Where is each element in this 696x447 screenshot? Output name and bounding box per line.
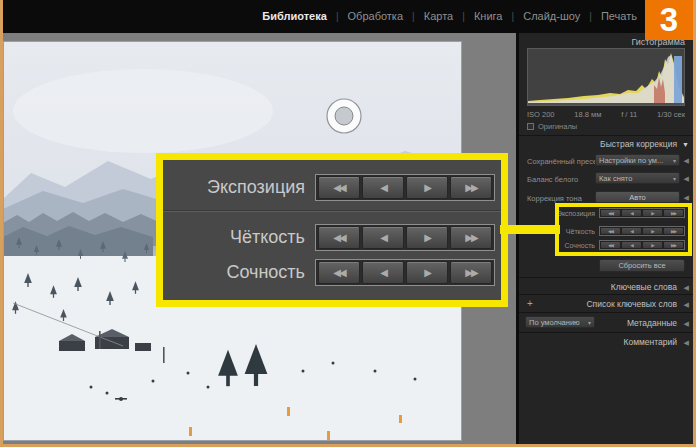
divider — [519, 294, 693, 295]
dropdown-arrows-icon: ▾ — [673, 175, 676, 182]
white-balance-value: Как снято — [599, 174, 671, 183]
clarity-label: Чёткость — [163, 227, 315, 248]
module-map[interactable]: Карта — [424, 10, 453, 22]
menu-separator: | — [412, 11, 415, 22]
divider — [519, 312, 693, 313]
module-menu: Библиотека | Обработка | Карта | Книга |… — [256, 10, 643, 22]
big-decrease-button[interactable]: ◀◀ — [318, 176, 360, 199]
panel-toggle-icon[interactable]: ◀ — [684, 301, 689, 309]
exposure-steppers: ◀◀ ◀ ▶ ▶▶ — [315, 174, 495, 201]
reset-all-button[interactable]: Сбросить все — [599, 259, 685, 272]
target-adjustment-indicator[interactable] — [327, 99, 361, 133]
clarity-row: Чёткость ◀◀ ◀ ▶ ▶▶ — [163, 224, 501, 251]
comments-panel-header[interactable]: Комментарий — [623, 337, 677, 347]
divider — [163, 210, 501, 212]
white-balance-dropdown[interactable]: Как снято ▾ — [595, 172, 680, 184]
increase-button[interactable]: ▶ — [406, 261, 448, 284]
vibrance-steppers: ◀◀ ◀ ▶ ▶▶ — [315, 259, 495, 286]
iso-value: ISO 200 — [527, 110, 555, 119]
big-decrease-button[interactable]: ◀◀ — [318, 226, 360, 249]
dropdown-arrows-icon: ▾ — [673, 157, 676, 164]
callout-connector-line — [500, 225, 560, 234]
dropdown-arrows-icon: ▾ — [588, 319, 591, 326]
module-book[interactable]: Книга — [474, 10, 503, 22]
magazine-frame: Библиотека | Обработка | Карта | Книга |… — [0, 0, 696, 447]
quick-develop-header[interactable]: Быстрая коррекция — [600, 139, 677, 149]
menu-separator: | — [336, 11, 339, 22]
zoom-callout-panel: Экспозиция ◀◀ ◀ ▶ ▶▶ Чёткость ◀◀ ◀ ▶ ▶▶ — [156, 153, 508, 307]
aperture-value: f / 11 — [621, 110, 637, 119]
menu-separator: | — [462, 11, 465, 22]
vibrance-row: Сочность ◀◀ ◀ ▶ ▶▶ — [163, 259, 501, 286]
metadata-panel-header[interactable]: Метаданные — [627, 318, 677, 328]
saved-preset-dropdown[interactable]: Настройки по ум... ▾ — [595, 154, 680, 166]
originals-checkbox[interactable] — [527, 123, 534, 130]
originals-toggle-row: Оригиналы — [527, 122, 577, 131]
vibrance-label: Сочность — [163, 262, 315, 283]
keyword-list-panel-header[interactable]: Список ключевых слов — [586, 299, 677, 309]
focal-length-value: 18.8 мм — [574, 110, 601, 119]
decrease-button[interactable]: ◀ — [362, 176, 404, 199]
module-library[interactable]: Библиотека — [262, 10, 327, 22]
saved-preset-value: Настройки по ум... — [599, 156, 671, 165]
decrease-button[interactable]: ◀ — [362, 261, 404, 284]
metadata-preset-value: По умолчанию — [529, 318, 586, 327]
exposure-label: Экспозиция — [163, 177, 315, 198]
histogram-graph — [528, 49, 684, 105]
big-decrease-button[interactable]: ◀◀ — [318, 261, 360, 284]
auto-tone-button[interactable]: Авто — [595, 191, 680, 203]
histogram[interactable] — [527, 48, 685, 106]
metadata-preset-dropdown[interactable]: По умолчанию ▾ — [525, 316, 595, 328]
panel-toggle-icon[interactable]: ◀ — [684, 320, 689, 328]
exposure-row: Экспозиция ◀◀ ◀ ▶ ▶▶ — [163, 174, 501, 201]
panel-toggle-icon[interactable]: ◀ — [684, 194, 689, 202]
panel-toggle-icon[interactable]: ◀ — [684, 284, 689, 292]
module-slideshow[interactable]: Слайд-шоу — [523, 10, 580, 22]
lightroom-window: Библиотека | Обработка | Карта | Книга |… — [3, 0, 693, 444]
clarity-steppers: ◀◀ ◀ ▶ ▶▶ — [315, 224, 495, 251]
workspace: Гистограмма ISO 200 18.8 мм f / 11 1/30 … — [3, 33, 693, 444]
plus-icon[interactable]: + — [527, 298, 533, 309]
increase-button[interactable]: ▶ — [406, 226, 448, 249]
decrease-button[interactable]: ◀ — [362, 226, 404, 249]
menu-separator: | — [512, 11, 515, 22]
module-print[interactable]: Печать — [601, 10, 637, 22]
step-number-badge: 3 — [645, 0, 693, 40]
shutter-value: 1/30 сек — [657, 110, 685, 119]
divider — [519, 277, 693, 278]
keywording-panel-header[interactable]: Ключевые слова — [611, 282, 677, 292]
panel-toggle-icon[interactable]: ◀ — [684, 157, 689, 165]
increase-button[interactable]: ▶ — [406, 176, 448, 199]
saved-preset-label: Сохранённый пресет — [527, 157, 600, 166]
panel-toggle-icon[interactable]: ◀ — [684, 175, 689, 183]
big-increase-button[interactable]: ▶▶ — [450, 176, 492, 199]
big-increase-button[interactable]: ▶▶ — [450, 226, 492, 249]
divider — [519, 332, 693, 333]
callout-target-box — [555, 203, 692, 256]
originals-label: Оригиналы — [538, 122, 577, 131]
module-develop[interactable]: Обработка — [348, 10, 403, 22]
panel-toggle-icon[interactable]: ◀ — [684, 339, 689, 347]
panel-open-icon[interactable]: ▼ — [682, 141, 689, 148]
white-balance-label: Баланс белого — [527, 175, 578, 184]
divider — [519, 135, 693, 136]
menu-separator: | — [589, 11, 592, 22]
tone-control-label: Коррекция тона — [527, 194, 582, 203]
exif-info-row: ISO 200 18.8 мм f / 11 1/30 сек — [527, 110, 685, 119]
big-increase-button[interactable]: ▶▶ — [450, 261, 492, 284]
module-picker-bar: Библиотека | Обработка | Карта | Книга |… — [3, 0, 693, 33]
